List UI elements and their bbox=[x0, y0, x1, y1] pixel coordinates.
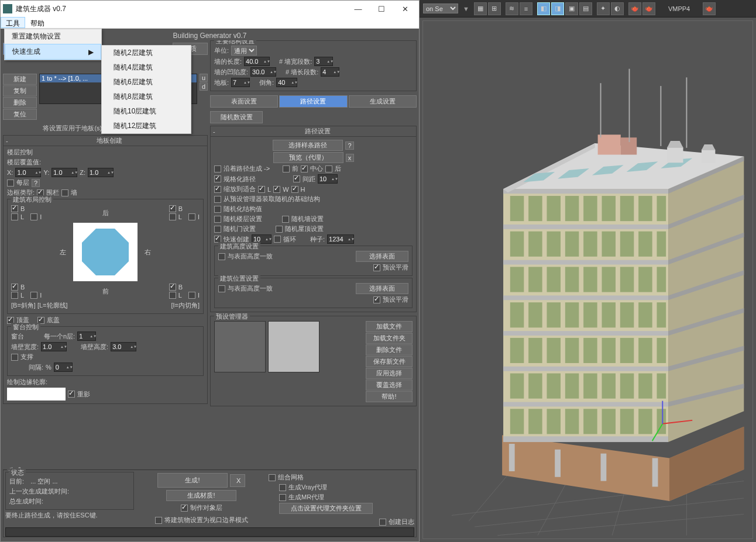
preset-thumb-1[interactable] bbox=[214, 321, 266, 372]
btn-spline-help[interactable]: ? bbox=[345, 141, 353, 150]
chk-gap[interactable] bbox=[293, 175, 300, 182]
tab-random[interactable]: 随机数设置 bbox=[210, 111, 263, 123]
toolbar-btn-3[interactable]: ≋ bbox=[506, 2, 518, 15]
btn-gen-x[interactable]: X bbox=[230, 474, 245, 487]
btn-gen-material[interactable]: 生成材质! bbox=[166, 490, 236, 501]
chk-tl-l[interactable] bbox=[11, 213, 18, 220]
rollup-floor-create[interactable]: -地板创建 bbox=[4, 136, 207, 146]
btn-reset[interactable]: 复位 bbox=[3, 109, 37, 120]
chk-bl-i[interactable] bbox=[30, 292, 37, 299]
btn-preview-x[interactable]: x bbox=[346, 154, 354, 162]
teapot-btn-1[interactable]: 🫖 bbox=[628, 2, 641, 15]
chk-scale-l[interactable] bbox=[258, 186, 265, 193]
tab-gen[interactable]: 生成设置 bbox=[349, 95, 417, 108]
chk-createlog[interactable] bbox=[379, 519, 386, 526]
wall-width-spinner[interactable]: ▲▼ bbox=[41, 342, 67, 351]
toolbar-btn-6[interactable]: ◨ bbox=[551, 2, 564, 15]
wall-lseg-spinner[interactable]: ▲▼ bbox=[321, 67, 339, 77]
spacing-spinner[interactable]: ▲▼ bbox=[54, 363, 73, 372]
menu-quick-generate[interactable]: 快速生成▶ bbox=[5, 44, 101, 60]
chamfer-spinner[interactable]: ▲▼ bbox=[276, 78, 297, 87]
btn-override-sel[interactable]: 覆盖选择 bbox=[366, 379, 413, 391]
menu-random-2f[interactable]: 随机2层建筑 bbox=[102, 46, 191, 60]
x-spinner[interactable]: ▲▼ bbox=[15, 168, 41, 177]
tab-surface[interactable]: 表面设置 bbox=[210, 95, 278, 108]
menu-tools[interactable]: 工具 bbox=[1, 17, 25, 28]
gap-spinner[interactable]: ▲▼ bbox=[318, 174, 338, 184]
chk-frompreset[interactable] bbox=[214, 196, 221, 203]
btn-load-folder[interactable]: 加载文件夹 bbox=[366, 333, 413, 344]
btn-load-file[interactable]: 加载文件 bbox=[366, 321, 413, 332]
menu-random-8f[interactable]: 随机8层建筑 bbox=[102, 89, 191, 104]
maximize-button[interactable]: ☐ bbox=[370, 2, 393, 16]
teapot-btn-2[interactable]: 🫖 bbox=[642, 2, 655, 15]
chk-loop[interactable] bbox=[274, 236, 281, 243]
toolbar-btn-5[interactable]: ◧ bbox=[537, 2, 550, 15]
wall-wseg-spinner[interactable]: ▲▼ bbox=[314, 57, 333, 66]
chk-perfloor[interactable] bbox=[7, 179, 14, 187]
preset-thumb-2[interactable] bbox=[268, 321, 319, 372]
chk-tr-l[interactable] bbox=[169, 213, 176, 220]
chk-wall[interactable] bbox=[61, 189, 68, 196]
toolbar-btn-8[interactable]: ▤ bbox=[579, 2, 592, 15]
chk-bl-b[interactable] bbox=[11, 284, 18, 291]
chk-viewport-bounds[interactable] bbox=[155, 517, 162, 524]
btn-del-file[interactable]: 删除文件 bbox=[366, 344, 413, 355]
btn-h-selsurf[interactable]: 选择表面 bbox=[356, 251, 408, 262]
minimize-button[interactable]: — bbox=[346, 2, 370, 16]
btn-move-down[interactable]: d bbox=[200, 82, 208, 91]
chk-support[interactable] bbox=[11, 354, 18, 361]
chk-redraw[interactable] bbox=[68, 391, 75, 398]
chk-combine[interactable] bbox=[269, 474, 276, 481]
every-n-spinner[interactable]: ▲▼ bbox=[77, 332, 96, 341]
chk-randwall[interactable] bbox=[282, 216, 289, 223]
toolbar-btn-4[interactable]: ≡ bbox=[520, 2, 532, 15]
chk-h-smooth[interactable] bbox=[373, 264, 380, 271]
chk-tl-i[interactable] bbox=[30, 213, 37, 220]
chk-normalize[interactable] bbox=[214, 175, 221, 182]
menu-reset-building[interactable]: 重置建筑物设置 bbox=[5, 29, 101, 44]
y-spinner[interactable]: ▲▼ bbox=[51, 168, 77, 177]
chk-p-same[interactable] bbox=[218, 285, 225, 292]
btn-proxy-folder[interactable]: 点击设置代理文件夹位置 bbox=[279, 503, 373, 514]
btn-new[interactable]: 新建 bbox=[3, 74, 37, 85]
chk-scale-h[interactable] bbox=[291, 186, 298, 193]
menu-random-10f[interactable]: 随机10层建筑 bbox=[102, 104, 191, 119]
wall-h-spinner[interactable]: ▲▼ bbox=[250, 67, 276, 77]
rollup-path[interactable]: -路径设置 bbox=[211, 126, 416, 137]
chk-center[interactable] bbox=[301, 165, 308, 172]
toolbar-btn-7[interactable]: ▣ bbox=[565, 2, 578, 15]
btn-preview[interactable]: 预览（代理） bbox=[273, 152, 343, 163]
chk-randstruct[interactable] bbox=[214, 206, 221, 213]
selection-filter-dropdown[interactable]: on Se bbox=[423, 4, 458, 13]
chk-tl-b[interactable] bbox=[11, 205, 18, 212]
toolbar-btn-10[interactable]: ◐ bbox=[611, 2, 624, 15]
btn-copy[interactable]: 复制 bbox=[3, 85, 37, 96]
menu-random-6f[interactable]: 随机6层建筑 bbox=[102, 75, 191, 89]
seed-spinner[interactable]: ▲▼ bbox=[327, 234, 354, 244]
menu-help[interactable]: 帮助 bbox=[25, 17, 50, 28]
btn-save-new[interactable]: 保存新文件 bbox=[366, 356, 413, 367]
chk-along[interactable] bbox=[214, 165, 221, 172]
chk-h-same[interactable] bbox=[218, 253, 225, 260]
btn-preset-help[interactable]: 帮助! bbox=[366, 391, 413, 402]
toolbar-btn-1[interactable]: ▦ bbox=[474, 2, 487, 15]
chk-mr[interactable] bbox=[279, 494, 286, 501]
help-btn[interactable]: ? bbox=[32, 179, 40, 187]
toolbar-btn-2[interactable]: ⊞ bbox=[488, 2, 501, 15]
chk-vray[interactable] bbox=[279, 484, 286, 491]
chk-randdoor[interactable] bbox=[214, 226, 221, 233]
chk-tr-b[interactable] bbox=[169, 205, 176, 212]
chk-make-layer[interactable] bbox=[181, 505, 188, 512]
btn-move-up[interactable]: u bbox=[200, 74, 208, 82]
btn-delete[interactable]: 删除 bbox=[3, 97, 37, 108]
chk-scale[interactable] bbox=[214, 186, 221, 193]
chk-randroof[interactable] bbox=[276, 226, 283, 233]
btn-p-selsurf[interactable]: 选择表面 bbox=[356, 283, 408, 294]
btn-apply-sel[interactable]: 应用选择 bbox=[366, 368, 413, 379]
menu-random-12f[interactable]: 随机12层建筑 bbox=[102, 119, 191, 133]
btn-sel-spline[interactable]: 选择样条路径 bbox=[273, 140, 343, 151]
unit-select[interactable]: 通用 bbox=[231, 46, 257, 56]
chk-front[interactable] bbox=[283, 165, 290, 172]
wall-len-spinner[interactable]: ▲▼ bbox=[244, 57, 270, 66]
